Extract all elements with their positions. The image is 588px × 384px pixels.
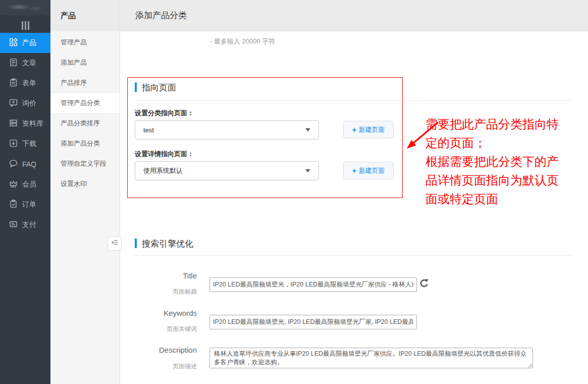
order-icon <box>9 200 18 210</box>
member-crown-icon <box>9 179 18 189</box>
sidebar-item-label: FAQ <box>22 160 36 168</box>
primary-sidebar: 产品 文章 表单 ¥ 询价 资料库 下载 <box>0 0 50 384</box>
section-divider <box>135 101 573 101</box>
sidebar-item-label: 资料库 <box>22 119 43 128</box>
collapse-sidebar-button[interactable] <box>108 236 122 251</box>
grid-icon <box>9 38 18 48</box>
sidebar-grip-icon[interactable] <box>0 21 50 30</box>
download-icon <box>9 139 18 149</box>
sidebar-item-payments[interactable]: 支付 <box>0 215 50 235</box>
keywords-field-sublabel: 页面关键词 <box>126 325 197 333</box>
plus-icon: + <box>352 126 357 133</box>
section-divider <box>135 255 573 256</box>
submenu-item-custom-fields[interactable]: 管理自定义字段 <box>50 154 120 174</box>
sidebar-item-label: 文章 <box>22 59 36 68</box>
submenu-item-add-category[interactable]: 添加产品分类 <box>50 133 120 154</box>
article-icon <box>9 58 18 68</box>
sidebar-item-library[interactable]: 资料库 <box>0 114 50 134</box>
collapse-icon <box>111 239 118 248</box>
sidebar-item-label: 订单 <box>22 200 36 209</box>
detail-page-label: 设置详情指向页面： <box>135 150 194 159</box>
sidebar-item-label: 会员 <box>22 180 36 189</box>
submenu-list: 管理产品 添加产品 产品排序 管理产品分类 产品分类排序 添加产品分类 管理自定… <box>50 31 120 194</box>
title-field-sublabel: 页面标题 <box>126 287 197 296</box>
char-limit-note: - 最多输入 20000 字符 <box>210 37 275 46</box>
category-page-select[interactable]: test <box>135 120 319 139</box>
description-field-label: Description <box>126 346 197 354</box>
plus-icon: + <box>352 167 357 174</box>
section-accent-bar <box>135 82 137 92</box>
title-field-label: Title <box>126 271 197 280</box>
sidebar-item-label: 产品 <box>22 38 36 47</box>
submenu-item-watermark[interactable]: 设置水印 <box>50 174 120 194</box>
page-header: 添加产品分类 <box>120 0 588 31</box>
app-window: 产品 文章 表单 ¥ 询价 资料库 下载 <box>0 0 588 384</box>
submenu-item-manage-categories[interactable]: 管理产品分类 <box>50 93 120 113</box>
sidebar-item-products[interactable]: 产品 <box>0 33 50 53</box>
sidebar-item-articles[interactable]: 文章 <box>0 53 50 73</box>
site-logo[interactable] <box>0 0 50 15</box>
submenu-title: 产品 <box>50 0 120 31</box>
new-page-button-label: 新建页面 <box>358 166 385 175</box>
svg-text:¥: ¥ <box>12 100 15 105</box>
new-page-button-detail[interactable]: + 新建页面 <box>343 162 394 179</box>
annotation-arrow-icon <box>403 120 441 152</box>
submenu-item-manage-products[interactable]: 管理产品 <box>50 32 120 53</box>
sidebar-item-members[interactable]: 会员 <box>0 174 50 195</box>
form-icon <box>9 78 18 88</box>
sidebar-item-label: 询价 <box>22 99 36 108</box>
section-accent-bar <box>135 238 137 248</box>
seo-description-textarea[interactable]: 格林人造草坪供应商专业从事IP20 LED最高限额墙壁光厂家供应。IP20 LE… <box>209 348 533 368</box>
seo-section-title: 搜索引擎优化 <box>142 238 193 250</box>
description-field-sublabel: 页面描述 <box>126 362 197 371</box>
sidebar-item-inquiry[interactable]: ¥ 询价 <box>0 93 50 114</box>
primary-nav: 产品 文章 表单 ¥ 询价 资料库 下载 <box>0 33 50 235</box>
detail-page-select[interactable]: 使用系统默认 <box>135 161 319 180</box>
sidebar-item-label: 支付 <box>22 220 36 229</box>
submenu-item-add-product[interactable]: 添加产品 <box>50 53 120 73</box>
submenu-item-product-sort[interactable]: 产品排序 <box>50 73 120 93</box>
sidebar-item-faq[interactable]: FAQ <box>0 154 50 174</box>
secondary-sidebar: 产品 管理产品 添加产品 产品排序 管理产品分类 产品分类排序 添加产品分类 管… <box>50 0 120 384</box>
point-section-title: 指向页面 <box>142 82 176 93</box>
refresh-icon[interactable] <box>419 278 429 289</box>
annotation-text: 需要把此产品分类指向特 定的页面； 根据需要把此分类下的产 品详情页面指向为默认… <box>425 115 588 209</box>
new-page-button-category[interactable]: + 新建页面 <box>343 121 394 138</box>
payment-icon <box>9 220 18 230</box>
chevron-down-icon <box>305 169 310 172</box>
sidebar-item-orders[interactable]: 订单 <box>0 195 50 215</box>
chevron-down-icon <box>305 128 310 131</box>
page-title: 添加产品分类 <box>135 10 187 21</box>
detail-page-select-value: 使用系统默认 <box>143 166 183 175</box>
seo-keywords-input[interactable] <box>209 315 417 329</box>
sidebar-item-forms[interactable]: 表单 <box>0 73 50 93</box>
category-page-label: 设置分类指向页面： <box>135 109 194 118</box>
faq-icon <box>9 159 18 169</box>
sidebar-item-label: 表单 <box>22 79 36 88</box>
seo-title-input[interactable] <box>209 277 417 292</box>
category-page-select-value: test <box>143 126 154 134</box>
library-icon <box>9 119 18 129</box>
new-page-button-label: 新建页面 <box>358 125 385 134</box>
keywords-field-label: Keywords <box>126 309 197 317</box>
inquiry-icon: ¥ <box>9 99 18 109</box>
sidebar-item-label: 下载 <box>22 139 36 149</box>
submenu-item-category-sort[interactable]: 产品分类排序 <box>50 113 120 133</box>
sidebar-item-downloads[interactable]: 下载 <box>0 134 50 154</box>
